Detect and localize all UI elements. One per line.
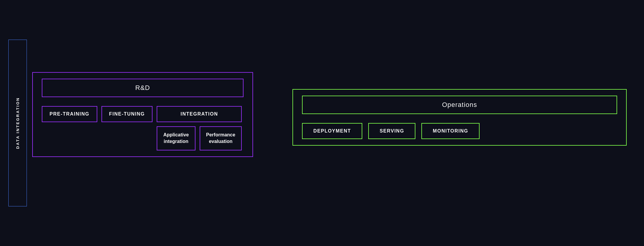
applicative-integration-label: Applicativeintegration [163,132,189,144]
rnd-title: R&D [135,84,150,91]
serving-label: SERVING [380,128,404,133]
serving-box: SERVING [368,123,415,139]
integration-container: INTEGRATION Applicativeintegration Perfo… [157,106,242,150]
pre-training-box: PRE-TRAINING [42,106,97,122]
ops-title: Operations [442,101,477,108]
deployment-label: DEPLOYMENT [313,128,351,133]
applicative-integration-box: Applicativeintegration [157,126,195,150]
operations-section: Operations DEPLOYMENT SERVING MONITORING [292,89,627,146]
ops-outer-box: Operations DEPLOYMENT SERVING MONITORING [292,89,627,146]
performance-evaluation-box: Performanceevaluation [200,126,242,150]
ops-stages-row: DEPLOYMENT SERVING MONITORING [302,123,617,139]
fine-tuning-label: FINE-TUNING [109,111,145,116]
data-integration-label: DATA INTEGRATION [16,97,20,149]
fine-tuning-box: FINE-TUNING [101,106,153,122]
monitoring-label: MONITORING [433,128,468,133]
rnd-stages-row: PRE-TRAINING FINE-TUNING INTEGRATION App… [42,106,244,150]
data-integration-sidebar: DATA INTEGRATION [8,40,27,206]
rnd-section: R&D PRE-TRAINING FINE-TUNING INTEGRATION… [32,72,253,157]
deployment-box: DEPLOYMENT [302,123,362,139]
monitoring-box: MONITORING [421,123,480,139]
integration-box: INTEGRATION [157,106,242,122]
rnd-title-box: R&D [42,79,244,97]
ops-title-box: Operations [302,96,617,114]
pre-training-label: PRE-TRAINING [50,111,90,116]
main-container: DATA INTEGRATION R&D PRE-TRAINING FINE-T… [0,0,644,246]
integration-label: INTEGRATION [181,111,218,116]
rnd-outer-box: R&D PRE-TRAINING FINE-TUNING INTEGRATION… [32,72,253,157]
sub-stages-row: Applicativeintegration Performanceevalua… [157,126,242,150]
performance-evaluation-label: Performanceevaluation [206,132,235,144]
